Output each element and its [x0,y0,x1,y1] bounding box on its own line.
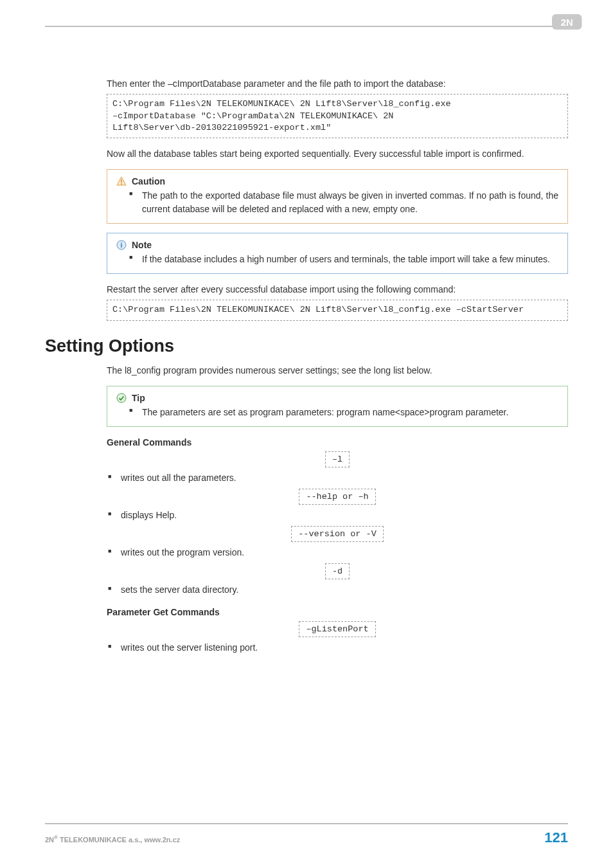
code-import-db: C:\Program Files\2N TELEKOMUNIKACE\ 2N L… [107,94,568,138]
header-rule [45,26,568,27]
intro-paragraph: Then enter the –cImportDatabase paramete… [107,77,568,90]
page: 2N Then enter the –cImportDatabase param… [0,0,613,868]
section-heading: Setting Options [45,336,568,356]
check-icon [116,393,127,403]
content-area: Then enter the –cImportDatabase paramete… [107,77,568,655]
paragraph-export-confirm: Now all the database tables start being … [107,147,568,160]
warning-icon: ! [116,176,127,186]
footer-prefix: 2N [45,836,54,844]
info-icon: i [116,240,127,250]
note-title: Note [132,240,152,250]
tip-title: Tip [132,393,145,403]
page-number: 121 [544,829,568,846]
note-callout: i Note If the database includes a high n… [107,233,568,274]
brand-logo: 2N [550,12,585,35]
cmd-data-dir: -d [325,563,350,579]
tip-text: The parameters are set as program parame… [142,406,558,419]
cmd-data-dir-desc: sets the server data directory. [121,583,568,597]
page-footer: 2N® TELEKOMUNIKACE a.s., www.2n.cz 121 [45,823,568,846]
svg-text:2N: 2N [561,17,573,28]
cmd-version: --version or -V [291,526,384,542]
cmd-glistenport-desc: writes out the server listening port. [121,641,568,655]
cmd-help: --help or –h [299,489,375,505]
paragraph-settings-intro: The l8_config program provides numerous … [107,364,568,377]
svg-point-6 [117,393,126,402]
tip-callout: Tip The parameters are set as program pa… [107,386,568,427]
general-commands-heading: General Commands [107,437,568,448]
caution-title: Caution [132,176,165,186]
cmd-glistenport: –gListenPort [299,621,375,637]
paragraph-restart: Restart the server after every successfu… [107,283,568,296]
cmd-list-params-desc: writes out all the parameters. [121,471,568,485]
caution-text: The path to the exported database file m… [142,189,558,215]
code-start-server: C:\Program Files\2N TELEKOMUNIKACE\ 2N L… [107,300,568,320]
cmd-help-desc: displays Help. [121,509,568,522]
note-text: If the database includes a high number o… [142,253,558,266]
svg-text:i: i [121,242,123,249]
cmd-version-desc: writes out the program version. [121,546,568,559]
cmd-list-params: –l [325,451,350,467]
footer-suffix: TELEKOMUNIKACE a.s., www.2n.cz [58,836,180,844]
caution-callout: ! Caution The path to the exported datab… [107,169,568,224]
footer-company: 2N® TELEKOMUNIKACE a.s., www.2n.cz [45,835,180,844]
svg-text:!: ! [120,179,122,186]
paramget-heading: Parameter Get Commands [107,607,568,617]
